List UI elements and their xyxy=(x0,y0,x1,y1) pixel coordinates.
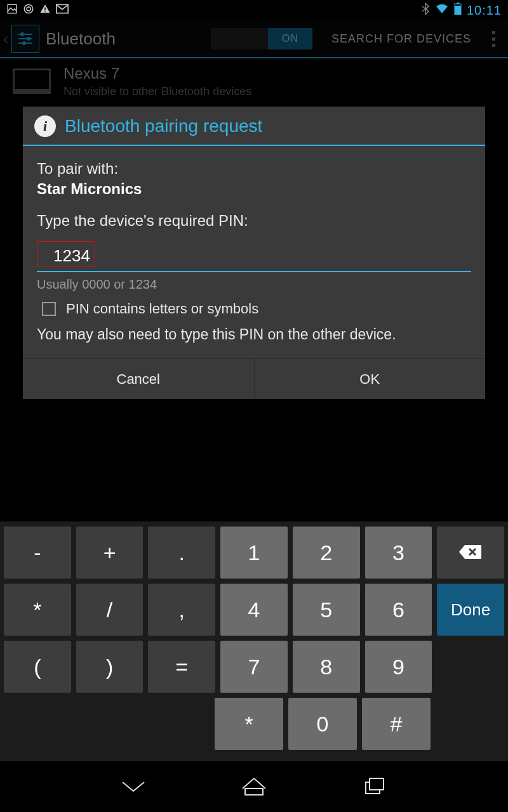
key-5[interactable]: 5 xyxy=(293,584,360,636)
letters-symbols-checkbox[interactable] xyxy=(42,302,56,316)
pin-input[interactable] xyxy=(37,242,471,272)
key-rparen[interactable]: ) xyxy=(76,641,144,693)
key-4[interactable]: 4 xyxy=(220,584,288,636)
svg-rect-16 xyxy=(245,789,263,795)
pin-prompt: Type the device's required PIN: xyxy=(37,212,471,230)
dialog-header: i Bluetooth pairing request xyxy=(23,107,485,146)
key-3[interactable]: 3 xyxy=(365,527,432,579)
info-icon: i xyxy=(34,115,56,137)
key-hash[interactable]: # xyxy=(362,698,431,750)
status-bar: 10:11 xyxy=(0,0,508,20)
key-comma[interactable]: , xyxy=(148,584,215,636)
svg-rect-9 xyxy=(455,6,461,15)
key-minus[interactable]: - xyxy=(4,527,71,579)
key-1[interactable]: 1 xyxy=(220,527,288,579)
nav-recents-button[interactable] xyxy=(359,774,391,799)
key-backspace[interactable] xyxy=(437,527,504,579)
status-clock: 10:11 xyxy=(467,3,502,18)
key-dot[interactable]: . xyxy=(148,527,215,579)
letters-symbols-label: PIN contains letters or symbols xyxy=(66,301,258,317)
key-equals[interactable]: = xyxy=(148,641,215,693)
numeric-keyboard: - + . 1 2 3 * / , 4 5 6 Done ( ) = 7 8 9… xyxy=(0,521,508,761)
key-0[interactable]: 0 xyxy=(288,698,357,750)
key-9[interactable]: 9 xyxy=(365,641,432,693)
mail-icon xyxy=(56,4,69,17)
svg-rect-18 xyxy=(370,778,384,790)
pair-device-name: Star Micronics xyxy=(37,180,471,198)
pairing-dialog: i Bluetooth pairing request To pair with… xyxy=(23,107,485,399)
pin-note: You may also need to type this PIN on th… xyxy=(37,326,471,353)
svg-rect-4 xyxy=(44,7,46,10)
wifi-icon xyxy=(435,3,449,18)
svg-point-2 xyxy=(27,7,30,11)
pair-with-label: To pair with: xyxy=(37,160,471,178)
bluetooth-icon xyxy=(421,3,430,18)
cancel-button[interactable]: Cancel xyxy=(23,359,254,399)
key-7[interactable]: 7 xyxy=(220,641,288,693)
warning-icon xyxy=(39,3,51,18)
chrome-icon xyxy=(23,3,34,18)
svg-point-1 xyxy=(24,4,33,13)
nav-home-button[interactable] xyxy=(238,774,270,799)
backspace-icon xyxy=(458,540,483,565)
key-8[interactable]: 8 xyxy=(293,641,360,693)
key-star[interactable]: * xyxy=(215,698,283,750)
key-asterisk[interactable]: * xyxy=(4,584,71,636)
key-lparen[interactable]: ( xyxy=(4,641,71,693)
pin-hint: Usually 0000 or 1234 xyxy=(37,277,471,292)
svg-rect-5 xyxy=(44,11,46,12)
nav-back-button[interactable] xyxy=(117,774,149,799)
key-2[interactable]: 2 xyxy=(293,527,360,579)
dialog-title: Bluetooth pairing request xyxy=(65,116,262,136)
navigation-bar xyxy=(0,761,508,812)
key-slash[interactable]: / xyxy=(76,584,144,636)
image-icon xyxy=(6,3,18,18)
status-right-icons: 10:11 xyxy=(421,3,502,18)
key-plus[interactable]: + xyxy=(76,527,144,579)
ok-button[interactable]: OK xyxy=(254,359,486,399)
key-6[interactable]: 6 xyxy=(365,584,432,636)
status-left-icons xyxy=(6,3,69,18)
battery-icon xyxy=(454,3,462,18)
key-done[interactable]: Done xyxy=(437,584,504,636)
